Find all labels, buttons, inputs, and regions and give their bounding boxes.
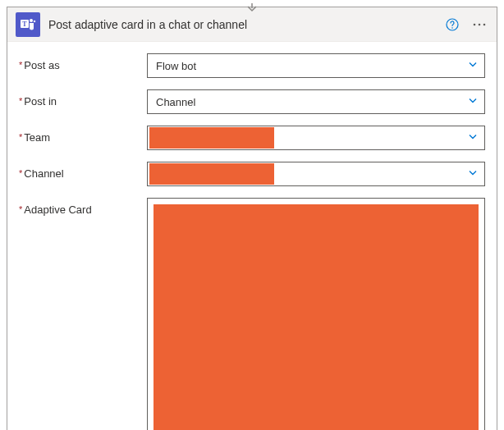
svg-point-5 bbox=[451, 27, 453, 29]
team-label: Team bbox=[19, 126, 147, 144]
svg-point-2 bbox=[30, 19, 33, 22]
card-title: Post adaptive card in a chat or channel bbox=[48, 18, 444, 31]
action-card: T Post adaptive card in a chat or channe… bbox=[7, 7, 497, 430]
teams-icon: T bbox=[16, 12, 40, 37]
svg-point-6 bbox=[474, 23, 476, 25]
channel-label: Channel bbox=[19, 162, 147, 180]
post-in-select[interactable]: Channel bbox=[147, 89, 485, 114]
post-in-label: Post in bbox=[19, 89, 147, 108]
chevron-down-icon bbox=[468, 60, 478, 72]
svg-point-8 bbox=[483, 23, 486, 25]
chevron-down-icon bbox=[468, 132, 478, 144]
card-body: Post as Flow bot Post in Channel bbox=[7, 42, 497, 430]
svg-text:T: T bbox=[22, 21, 27, 28]
chevron-down-icon bbox=[468, 168, 478, 181]
channel-value-redacted bbox=[149, 163, 274, 185]
chevron-down-icon bbox=[468, 96, 478, 108]
adaptive-card-label: Adaptive Card bbox=[19, 198, 147, 216]
svg-point-7 bbox=[479, 23, 481, 25]
post-as-select[interactable]: Flow bot bbox=[147, 53, 485, 78]
help-icon[interactable] bbox=[444, 16, 460, 33]
post-as-value: Flow bot bbox=[156, 60, 196, 72]
post-in-value: Channel bbox=[156, 96, 195, 108]
team-select[interactable] bbox=[147, 126, 485, 150]
adaptive-card-value-redacted bbox=[153, 204, 479, 430]
more-icon[interactable] bbox=[470, 16, 488, 33]
team-value-redacted bbox=[149, 127, 274, 149]
flow-connector-arrow-icon bbox=[245, 3, 259, 16]
post-as-label: Post as bbox=[19, 53, 147, 71]
adaptive-card-input[interactable] bbox=[147, 198, 485, 430]
svg-point-3 bbox=[34, 20, 36, 22]
channel-select[interactable] bbox=[147, 162, 485, 186]
